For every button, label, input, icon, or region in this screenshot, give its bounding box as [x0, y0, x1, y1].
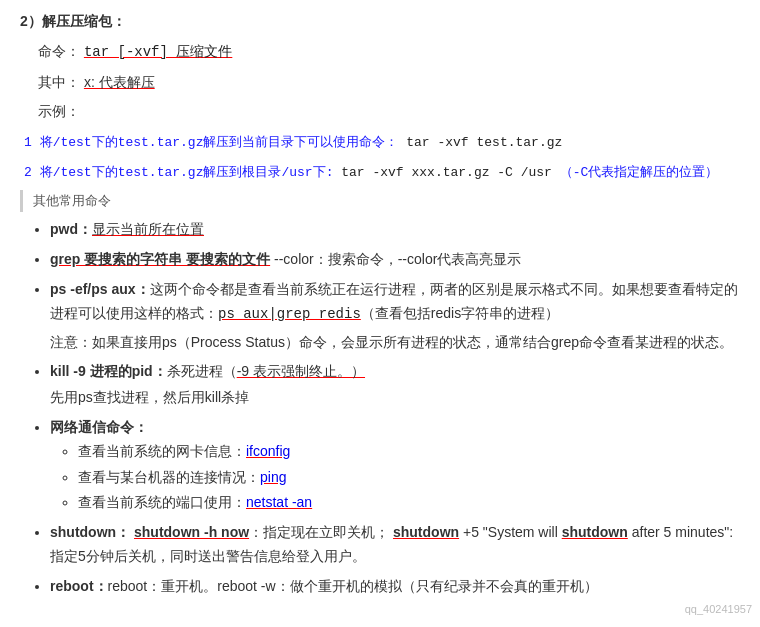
list-item-grep: grep 要搜索的字符串 要搜索的文件 --color：搜索命令，--color… — [50, 248, 740, 272]
network-sublist: 查看当前系统的网卡信息：ifconfig 查看与某台机器的连接情况：ping 查… — [50, 440, 740, 515]
example-label: 示例： — [20, 100, 740, 124]
sublist-item-ping: 查看与某台机器的连接情况：ping — [78, 466, 740, 490]
sublist-item-netstat: 查看当前系统的端口使用：netstat -an — [78, 491, 740, 515]
kill-note: 先用ps查找进程，然后用kill杀掉 — [50, 386, 740, 410]
watermark: qq_40241957 — [685, 600, 752, 614]
example1: 1 将/test下的test.tar.gz解压到当前目录下可以使用命令： tar… — [20, 130, 740, 154]
main-content: 2）解压压缩包： 命令： tar [-xvf] 压缩文件 其中： x: 代表解压… — [20, 10, 740, 599]
list-item-network: 网络通信命令： 查看当前系统的网卡信息：ifconfig 查看与某台机器的连接情… — [50, 416, 740, 515]
list-item-pwd: pwd：显示当前所在位置 — [50, 218, 740, 242]
list-item-shutdown: shutdown： shutdown -h now：指定现在立即关机； shut… — [50, 521, 740, 569]
qizhong-block: 其中： x: 代表解压 — [20, 71, 740, 95]
section2-title: 2）解压压缩包： — [20, 10, 740, 34]
example2: 2 将/test下的test.tar.gz解压到根目录/usr下: tar -x… — [20, 160, 740, 184]
sublist-item-ifconfig: 查看当前系统的网卡信息：ifconfig — [78, 440, 740, 464]
other-cmds-header: 其他常用命令 — [20, 190, 740, 212]
list-item-reboot: reboot：reboot：重开机。reboot -w：做个重开机的模拟（只有纪… — [50, 575, 740, 599]
list-item-kill: kill -9 进程的pid：杀死进程（-9 表示强制终止。） 先用ps查找进程… — [50, 360, 740, 410]
main-command-list: pwd：显示当前所在位置 grep 要搜索的字符串 要搜索的文件 --color… — [20, 218, 740, 598]
command-block: 命令： tar [-xvf] 压缩文件 — [20, 40, 740, 65]
list-item-ps: ps -ef/ps aux：这两个命令都是查看当前系统正在运行进程，两者的区别是… — [50, 278, 740, 354]
ps-note: 注意：如果直接用ps（Process Status）命令，会显示所有进程的状态，… — [50, 331, 740, 355]
